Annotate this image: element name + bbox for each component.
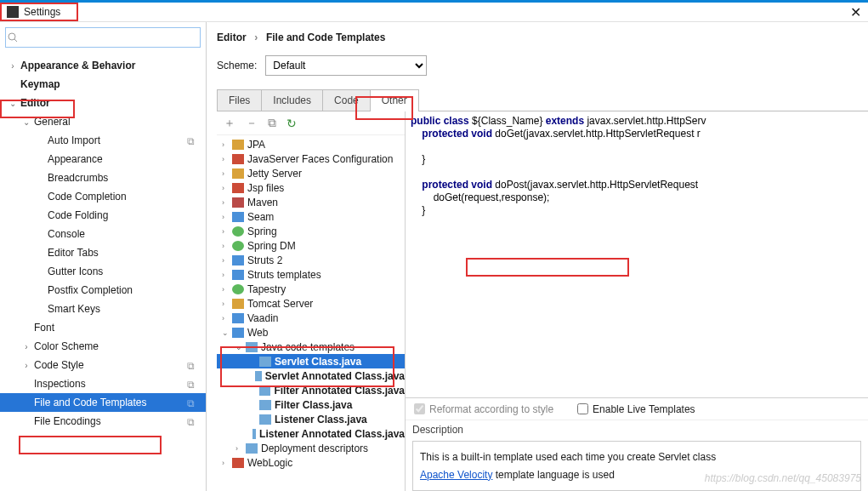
sidebar-item-breadcrumbs[interactable]: Breadcrumbs [0, 168, 206, 187]
tabs: FilesIncludesCodeOther [217, 89, 868, 111]
breadcrumb-a: Editor [217, 31, 247, 43]
titlebar: Settings ✕ [0, 0, 868, 22]
remove-icon[interactable]: － [246, 116, 258, 131]
close-icon[interactable]: ✕ [850, 4, 861, 20]
file-icon [232, 226, 244, 237]
file-icon [259, 400, 271, 410]
sidebar-item-appearance-behavior[interactable]: ›Appearance & Behavior [0, 56, 206, 75]
sidebar-item-code-completion[interactable]: Code Completion [0, 187, 206, 206]
template-item-listener-class-java[interactable]: Listener Class.java [217, 412, 405, 426]
velocity-link[interactable]: Apache Velocity [420, 469, 492, 481]
sidebar-item-color-scheme[interactable]: ›Color Scheme [0, 337, 206, 356]
reformat-checkbox[interactable]: Reformat according to style [414, 403, 553, 415]
sidebar-item-inspections[interactable]: Inspections⧉ [0, 374, 206, 393]
arrow-icon: › [222, 198, 232, 207]
template-item-filter-class-java[interactable]: Filter Class.java [217, 397, 405, 412]
file-icon [259, 414, 271, 425]
copy-icon: ⧉ [187, 135, 197, 146]
template-item-jetty-server[interactable]: ›Jetty Server [217, 166, 405, 180]
file-icon [246, 342, 258, 352]
tab-other[interactable]: Other [370, 89, 419, 111]
breadcrumb-sep: › [254, 31, 258, 43]
description-header: Description [406, 420, 868, 439]
template-item-weblogic[interactable]: ›WebLogic [217, 455, 405, 470]
template-item-tomcat-server[interactable]: ›Tomcat Server [217, 296, 405, 311]
editor-pane: public class ${Class_Name} extends javax… [406, 111, 868, 491]
file-icon [232, 299, 244, 309]
template-item-vaadin[interactable]: ›Vaadin [217, 311, 405, 325]
template-item-jsp-files[interactable]: ›Jsp files [217, 180, 405, 195]
file-icon [252, 429, 256, 439]
sidebar-item-postfix-completion[interactable]: Postfix Completion [0, 281, 206, 300]
template-item-java-code-templates[interactable]: ⌄Java code templates [217, 340, 405, 354]
arrow-icon: ⌄ [235, 343, 246, 351]
sidebar-item-font[interactable]: Font [0, 318, 206, 337]
template-toolbar: ＋－⧉↻ [217, 111, 405, 135]
template-item-maven[interactable]: ›Maven [217, 195, 405, 209]
file-icon [232, 183, 244, 193]
arrow-icon: › [222, 285, 232, 294]
refresh-icon[interactable]: ↻ [286, 117, 297, 130]
sidebar-item-code-folding[interactable]: Code Folding [0, 206, 206, 225]
arrow-icon: › [222, 459, 232, 467]
sidebar-item-general[interactable]: ⌄General [0, 112, 206, 131]
file-icon [232, 154, 244, 164]
template-item-struts-2[interactable]: ›Struts 2 [217, 253, 405, 267]
tab-files[interactable]: Files [217, 89, 262, 111]
sidebar-item-code-style[interactable]: ›Code Style⧉ [0, 356, 206, 374]
arrow-icon: › [222, 155, 232, 163]
template-item-struts-templates[interactable]: ›Struts templates [217, 267, 405, 282]
arrow-icon: › [222, 271, 232, 279]
copy-icon: ⧉ [187, 379, 197, 389]
template-item-spring-dm[interactable]: ›Spring DM [217, 238, 405, 253]
template-item-javaserver-faces-configuration[interactable]: ›JavaServer Faces Configuration [217, 151, 405, 166]
sidebar-item-smart-keys[interactable]: Smart Keys [0, 300, 206, 318]
copy-icon[interactable]: ⧉ [268, 116, 276, 130]
sidebar-item-keymap[interactable]: Keymap [0, 75, 206, 94]
template-item-servlet-class-java[interactable]: Servlet Class.java [217, 354, 405, 368]
live-templates-checkbox[interactable]: Enable Live Templates [577, 403, 695, 415]
template-tree: ›JPA›JavaServer Faces Configuration›Jett… [217, 135, 405, 491]
sidebar-item-editor[interactable]: ⌄Editor [0, 94, 206, 112]
add-icon[interactable]: ＋ [224, 116, 235, 131]
copy-icon: ⧉ [187, 416, 197, 426]
arrow-icon: › [222, 256, 232, 265]
description-box: This is a built-in template used each ti… [412, 441, 861, 491]
sidebar-item-file-and-code-templates[interactable]: File and Code Templates⧉ [0, 393, 206, 412]
tab-includes[interactable]: Includes [261, 89, 323, 111]
sidebar-item-gutter-icons[interactable]: Gutter Icons [0, 262, 206, 281]
settings-tree: ›Appearance & BehaviorKeymap⌄Editor⌄Gene… [0, 53, 206, 491]
template-item-spring[interactable]: ›Spring [217, 224, 405, 238]
file-icon [232, 168, 244, 179]
app-icon [7, 6, 19, 18]
arrow-icon: › [222, 184, 232, 192]
template-item-web[interactable]: ⌄Web [217, 325, 405, 340]
template-item-deployment-descriptors[interactable]: ›Deployment descriptors [217, 441, 405, 455]
sidebar-item-editor-tabs[interactable]: Editor Tabs [0, 243, 206, 262]
file-icon [246, 443, 258, 454]
template-item-listener-annotated-class-java[interactable]: Listener Annotated Class.java [217, 426, 405, 441]
template-item-filter-annotated-class-java[interactable]: Filter Annotated Class.java [217, 383, 405, 397]
sidebar-item-file-encodings[interactable]: File Encodings⧉ [0, 412, 206, 431]
arrow-icon: ⌄ [20, 117, 32, 127]
window-title: Settings [24, 6, 850, 18]
arrow-icon: ⌄ [222, 328, 232, 337]
sidebar-item-console[interactable]: Console [0, 225, 206, 243]
template-item-tapestry[interactable]: ›Tapestry [217, 282, 405, 296]
file-icon [259, 357, 271, 367]
tab-code[interactable]: Code [322, 89, 371, 111]
code-area[interactable]: public class ${Class_Name} extends javax… [406, 111, 868, 397]
scheme-select[interactable]: Default [265, 55, 427, 76]
arrow-icon: › [7, 61, 19, 71]
template-item-jpa[interactable]: ›JPA [217, 137, 405, 151]
sidebar-item-appearance[interactable]: Appearance [0, 150, 206, 168]
template-item-seam[interactable]: ›Seam [217, 209, 405, 224]
sidebar-item-auto-import[interactable]: Auto Import⧉ [0, 131, 206, 150]
breadcrumb: Editor › File and Code Templates [217, 31, 868, 43]
search-input[interactable] [5, 27, 201, 48]
file-icon [255, 371, 262, 381]
arrow-icon: › [222, 213, 232, 221]
template-item-servlet-annotated-class-java[interactable]: Servlet Annotated Class.java [217, 368, 405, 383]
arrow-icon: › [222, 140, 232, 149]
copy-icon: ⧉ [187, 397, 197, 408]
